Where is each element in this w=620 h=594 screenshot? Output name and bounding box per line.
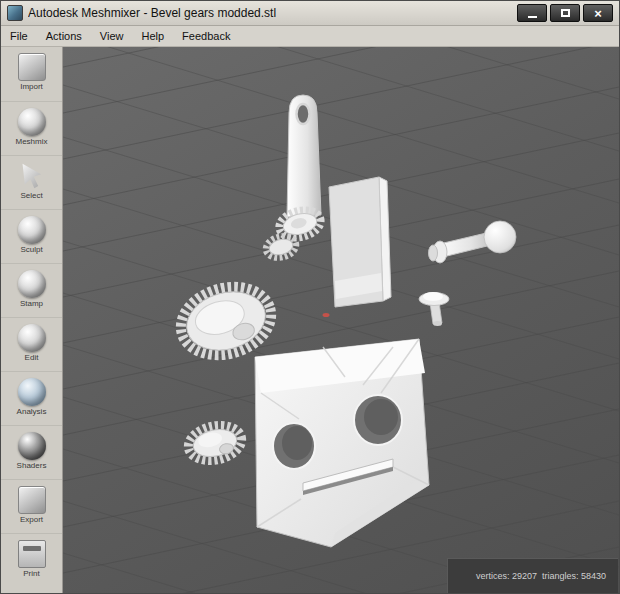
scene-3d [63, 47, 619, 594]
status-bar: vertices: 29207 triangles: 58430 [447, 558, 618, 594]
sidebar-item-analysis[interactable]: Analysis [1, 371, 62, 425]
app-icon [7, 5, 23, 21]
sidebar-item-sculpt[interactable]: Sculpt [1, 209, 62, 263]
model-pushpin [419, 292, 449, 326]
tool-label: Stamp [1, 299, 62, 308]
titlebar[interactable]: Autodesk Meshmixer - Bevel gears modded.… [1, 1, 619, 26]
menu-view[interactable]: View [91, 27, 133, 45]
close-icon: × [594, 7, 602, 20]
meshmixer-window: Autodesk Meshmixer - Bevel gears modded.… [0, 0, 620, 594]
minimize-button[interactable] [517, 4, 547, 22]
model-small-gear [185, 421, 245, 465]
menu-file[interactable]: File [1, 27, 37, 45]
export-icon [18, 486, 46, 514]
model-housing [255, 339, 429, 547]
minimize-icon [528, 16, 537, 18]
window-controls: × [517, 4, 613, 22]
model-shaft [287, 95, 321, 217]
toolbar-sidebar: Import Meshmix Select Sculpt Stamp Edit [1, 47, 63, 594]
sidebar-item-meshmix[interactable]: Meshmix [1, 101, 62, 155]
meshmix-icon [18, 108, 46, 136]
sculpt-icon [18, 216, 46, 244]
status-text: vertices: 29207 triangles: 58430 [476, 571, 606, 581]
close-button[interactable]: × [583, 4, 613, 22]
menu-actions[interactable]: Actions [37, 27, 91, 45]
sidebar-item-stamp[interactable]: Stamp [1, 263, 62, 317]
maximize-button[interactable] [550, 4, 580, 22]
shaders-icon [18, 432, 46, 460]
sidebar-item-export[interactable]: Export [1, 479, 62, 533]
tool-label: Edit [1, 353, 62, 362]
menu-feedback[interactable]: Feedback [173, 27, 239, 45]
tool-label: Meshmix [1, 137, 62, 146]
model-large-gear [173, 277, 280, 366]
tool-label: Sculpt [1, 245, 62, 254]
sidebar-item-import[interactable]: Import [1, 47, 62, 101]
analysis-icon [18, 378, 46, 406]
tool-label: Analysis [1, 407, 62, 416]
import-icon [18, 53, 46, 81]
model-shaft-gear2 [264, 234, 298, 261]
tool-label: Import [1, 82, 62, 91]
stamp-icon [18, 270, 46, 298]
model-plate [329, 177, 391, 307]
sidebar-item-select[interactable]: Select [1, 155, 62, 209]
window-title: Autodesk Meshmixer - Bevel gears modded.… [28, 6, 517, 20]
print-icon [18, 540, 46, 568]
tool-label: Print [1, 569, 62, 578]
maximize-icon [561, 9, 570, 17]
viewport-3d[interactable]: vertices: 29207 triangles: 58430 [63, 47, 619, 594]
select-icon [18, 162, 46, 190]
tool-label: Shaders [1, 461, 62, 470]
sidebar-item-shaders[interactable]: Shaders [1, 425, 62, 479]
tool-label: Export [1, 515, 62, 524]
edit-icon [18, 324, 46, 352]
sidebar-item-print[interactable]: Print [1, 533, 62, 587]
sidebar-item-edit[interactable]: Edit [1, 317, 62, 371]
main-area: Import Meshmix Select Sculpt Stamp Edit [1, 47, 619, 594]
tool-label: Select [1, 191, 62, 200]
menubar: File Actions View Help Feedback [1, 26, 619, 47]
model-pin [429, 221, 517, 263]
origin-marker [323, 313, 330, 317]
menu-help[interactable]: Help [132, 27, 173, 45]
